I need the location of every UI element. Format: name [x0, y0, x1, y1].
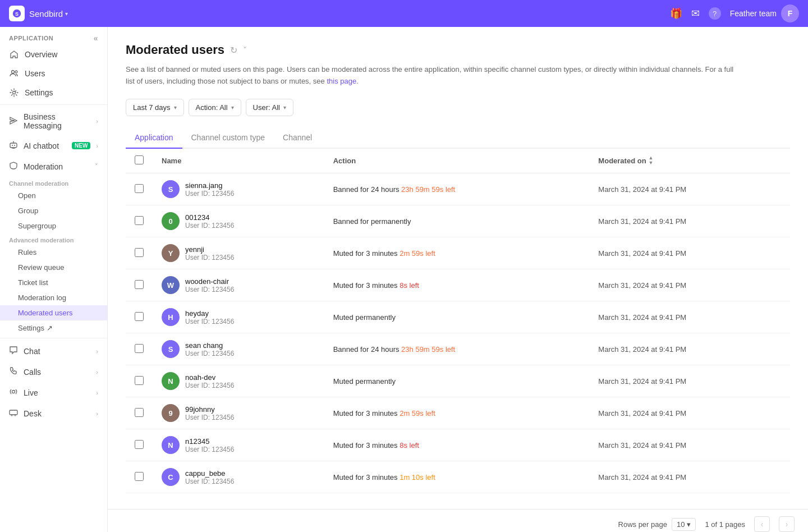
this-page-link[interactable]: this page [327, 77, 356, 85]
gift-icon[interactable]: 🎁 [670, 7, 682, 20]
business-messaging-label: Business Messaging [24, 112, 90, 130]
username: yennji [185, 245, 234, 254]
tab-channel-custom-type[interactable]: Channel custom type [182, 127, 274, 149]
help-icon[interactable]: ? [709, 7, 721, 20]
calls-label: Calls [24, 368, 90, 377]
moderated-on-column-header[interactable]: Moderated on ▲▼ [589, 149, 790, 173]
advanced-moderation-group-label: Advanced moderation [0, 233, 107, 245]
time-left: 23h 59m 59s left [401, 185, 455, 194]
user-info-cell: N n12345 User ID: 123456 [162, 436, 315, 454]
table-row: C cappu_bebe User ID: 123456 Muted for 3… [126, 461, 790, 493]
action-text: Muted permanently [333, 313, 396, 322]
action-filter-button[interactable]: Action: All ▾ [189, 99, 241, 116]
moderated-on-cell: March 31, 2024 at 9:41 PM [589, 173, 790, 205]
calls-chevron: › [96, 369, 98, 375]
row-checkbox-cell [126, 429, 153, 461]
table-row: 0 001234 User ID: 123456 Banned for perm… [126, 205, 790, 237]
page-options-chevron[interactable]: ˅ [243, 45, 247, 54]
pagination-info: 1 of 1 pages [705, 520, 745, 529]
sidebar-item-mod-settings[interactable]: Settings ↗ [0, 320, 107, 336]
svg-point-7 [14, 145, 15, 146]
user-id: User ID: 123456 [185, 382, 234, 389]
user-avatar: S [162, 180, 180, 198]
row-3-checkbox[interactable] [135, 248, 144, 257]
sidebar-item-users[interactable]: Users [0, 64, 107, 83]
username: 001234 [185, 213, 234, 222]
pagination-next-button[interactable]: › [779, 516, 795, 532]
row-2-checkbox[interactable] [135, 216, 144, 225]
row-6-checkbox[interactable] [135, 344, 144, 353]
refresh-icon[interactable]: ↻ [230, 45, 237, 56]
tab-application[interactable]: Application [126, 127, 182, 149]
sidebar-item-supergroup[interactable]: Supergroup [0, 218, 107, 233]
row-5-checkbox[interactable] [135, 312, 144, 321]
sidebar-item-ai-chatbot[interactable]: AI chatbot NEW › [0, 135, 107, 156]
table-row: H heyday User ID: 123456 Muted permanent… [126, 301, 790, 333]
sidebar-item-ticket-list[interactable]: Ticket list [0, 275, 107, 290]
table-row: N noah-dev User ID: 123456 Muted permane… [126, 365, 790, 397]
tab-channel[interactable]: Channel [274, 127, 321, 149]
collapse-sidebar-button[interactable]: « [94, 34, 98, 43]
action-cell: Muted permanently [324, 365, 590, 397]
moderated-on-cell: March 31, 2024 at 9:41 PM [589, 301, 790, 333]
username: cappu_bebe [185, 469, 234, 478]
sendbird-logo: S Sendbird ▾ [9, 6, 68, 21]
sidebar-item-rules[interactable]: Rules [0, 245, 107, 260]
pagination-prev-button[interactable]: ‹ [754, 516, 770, 532]
row-10-checkbox[interactable] [135, 472, 144, 481]
sidebar-item-moderated-users[interactable]: Moderated users [0, 305, 107, 320]
business-messaging-chevron: › [96, 118, 98, 125]
time-filter-button[interactable]: Last 7 days ▾ [126, 99, 184, 116]
action-cell: Banned for 24 hours 23h 59m 59s left [324, 333, 590, 365]
user-id: User ID: 123456 [185, 286, 234, 293]
row-8-checkbox[interactable] [135, 408, 144, 417]
user-id: User ID: 123456 [185, 222, 234, 230]
row-checkbox-cell [126, 333, 153, 365]
row-7-checkbox[interactable] [135, 376, 144, 385]
user-filter-button[interactable]: User: All ▾ [246, 99, 293, 116]
select-all-checkbox[interactable] [135, 155, 144, 164]
select-all-header[interactable] [126, 149, 153, 173]
sidebar-item-live[interactable]: Live › [0, 382, 107, 403]
sidebar-item-business-messaging[interactable]: Business Messaging › [0, 107, 107, 135]
action-text: Banned for permanently [333, 217, 411, 226]
sidebar-item-review-queue[interactable]: Review queue [0, 260, 107, 275]
svg-point-8 [12, 391, 15, 393]
sidebar-item-chat[interactable]: Chat › [0, 341, 107, 361]
time-filter-chevron: ▾ [174, 104, 177, 111]
rows-per-page-label: Rows per page [618, 520, 667, 529]
user-id: User ID: 123456 [185, 446, 234, 453]
user-info-cell: H heyday User ID: 123456 [162, 308, 315, 326]
action-filter-chevron: ▾ [231, 104, 234, 111]
rows-per-page-select[interactable]: 10 ▾ [672, 518, 696, 531]
table-row: N n12345 User ID: 123456 Muted for 3 min… [126, 429, 790, 461]
sidebar-item-desk[interactable]: Desk › [0, 403, 107, 424]
user-info-cell: S sienna.jang User ID: 123456 [162, 180, 315, 198]
rows-per-page: Rows per page 10 ▾ [618, 518, 696, 531]
user-id: User ID: 123456 [185, 318, 234, 325]
sidebar-item-moderation[interactable]: Moderation ˅ [0, 156, 107, 177]
user-avatar: Y [162, 244, 180, 262]
sidebar-item-calls[interactable]: Calls › [0, 361, 107, 382]
mail-icon[interactable]: ✉ [691, 7, 700, 20]
row-9-checkbox[interactable] [135, 440, 144, 449]
filters-bar: Last 7 days ▾ Action: All ▾ User: All ▾ [126, 99, 790, 116]
sidebar-section-header: APPLICATION « [0, 27, 107, 45]
sidebar-item-group[interactable]: Group [0, 203, 107, 218]
row-checkbox-cell [126, 173, 153, 205]
row-1-checkbox[interactable] [135, 184, 144, 193]
row-checkbox-cell [126, 205, 153, 237]
moderated-users-table: Name Action Moderated on ▲▼ [126, 149, 790, 494]
user-avatar: W [162, 276, 180, 294]
brand-name[interactable]: Sendbird ▾ [29, 9, 68, 19]
row-4-checkbox[interactable] [135, 280, 144, 289]
sidebar-item-open[interactable]: Open [0, 188, 107, 203]
user-info-cell: 9 99johnny User ID: 123456 [162, 404, 315, 422]
sidebar-item-overview[interactable]: Overview [0, 45, 107, 64]
sidebar-item-moderation-log[interactable]: Moderation log [0, 290, 107, 305]
user-details: noah-dev User ID: 123456 [185, 373, 234, 389]
row-checkbox-cell [126, 397, 153, 429]
svg-text:S: S [15, 11, 19, 17]
sidebar-item-settings[interactable]: Settings [0, 83, 107, 102]
team-selector[interactable]: Feather team F [730, 4, 799, 22]
